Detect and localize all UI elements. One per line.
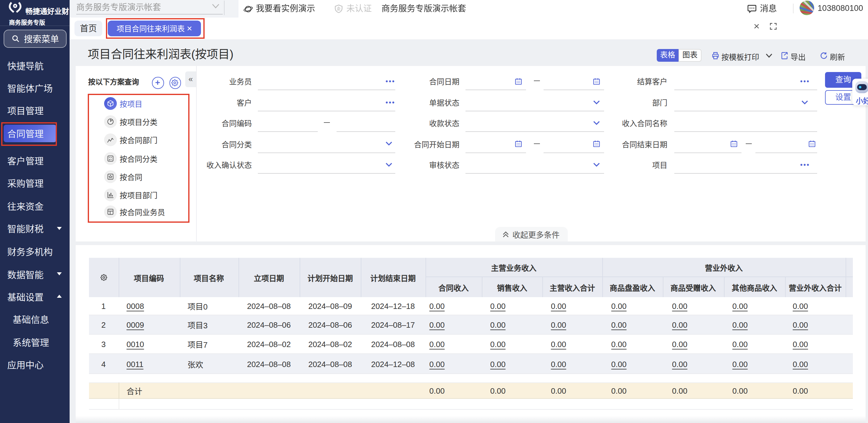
svg-text:企: 企 <box>337 6 341 10</box>
